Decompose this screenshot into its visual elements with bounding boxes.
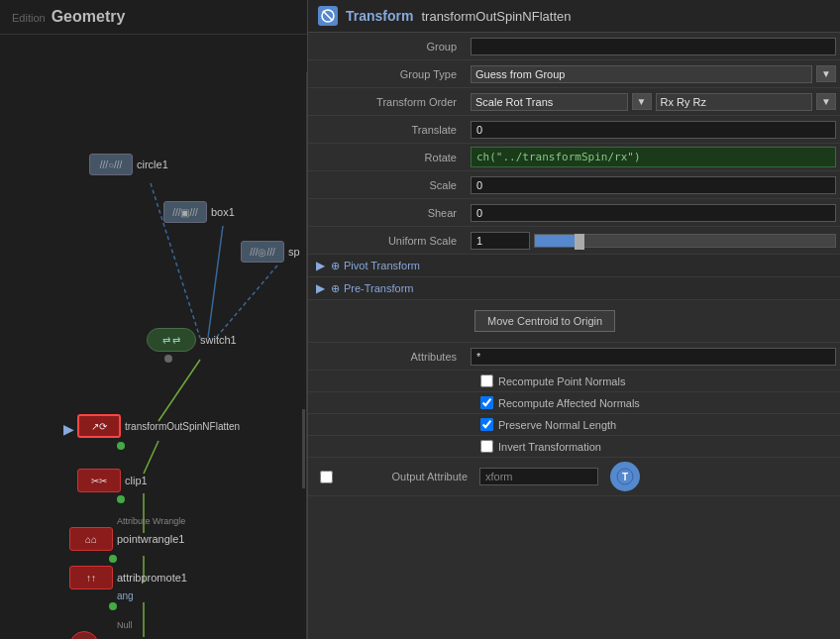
output-attribute-row: Output Attribute T	[308, 458, 840, 496]
group-type-label: Group Type	[308, 68, 467, 80]
group-value[interactable]	[467, 38, 840, 55]
attributes-row: Attributes	[308, 343, 840, 371]
uniform-scale-input[interactable]	[471, 232, 530, 250]
translate-row: Translate	[308, 116, 840, 144]
node-graph: Edition Geometry ///○///	[0, 0, 307, 639]
shear-row: Shear	[308, 199, 840, 227]
node-circle1[interactable]: ///○/// circle1	[89, 154, 168, 175]
group-type-row: Group Type Guess from Group ▼	[308, 60, 840, 88]
attributes-input[interactable]	[471, 348, 836, 366]
transform-order-select1[interactable]: Scale Rot Trans	[471, 93, 628, 111]
properties-panel: Transform transformOutSpinNFlatten Group…	[307, 0, 840, 639]
invert-transformation-row: Invert Transformation	[308, 436, 840, 458]
uniform-scale-slider[interactable]	[534, 234, 836, 248]
recompute-affected-normals-checkbox[interactable]	[480, 396, 493, 409]
node-clip1[interactable]: ✂✂ clip1	[77, 469, 148, 492]
recompute-point-normals-row: Recompute Point Normals	[308, 371, 840, 392]
invert-transformation-checkbox[interactable]	[480, 440, 493, 453]
graph-canvas-area: ///○/// circle1 ///▣/// box1 ///◎/// sp …	[0, 72, 307, 639]
group-type-arrow[interactable]: ▼	[816, 65, 836, 82]
node-switch1[interactable]: ⇄ ⇄ switch1	[147, 328, 237, 352]
rotate-input[interactable]	[471, 147, 836, 167]
recompute-point-normals-checkbox[interactable]	[480, 374, 493, 387]
translate-value[interactable]	[467, 121, 840, 139]
recompute-point-normals-label[interactable]: Recompute Point Normals	[312, 374, 625, 387]
preserve-normal-length-checkbox[interactable]	[480, 418, 493, 431]
shear-label: Shear	[308, 207, 467, 219]
prop-header: Transform transformOutSpinNFlatten	[308, 0, 840, 33]
scale-input[interactable]	[471, 176, 836, 194]
transform-circle-icon: T	[610, 462, 640, 491]
uniform-scale-row: Uniform Scale	[308, 227, 840, 255]
scale-label: Scale	[308, 179, 467, 191]
svg-text:T: T	[622, 472, 628, 482]
centroid-row: Move Centroid to Origin	[308, 300, 840, 343]
pre-transform-section[interactable]: ▶ ⊕ Pre-Transform	[308, 277, 840, 300]
node-pointwrangle1[interactable]: Attribute Wrangle ⌂⌂ pointwrangle1	[69, 516, 185, 551]
title-label: Geometry	[52, 8, 126, 26]
output-attribute-input[interactable]	[479, 468, 598, 485]
shear-input[interactable]	[471, 204, 836, 222]
pre-arrow-icon: ▶	[316, 281, 325, 295]
rotate-label: Rotate	[308, 152, 467, 163]
output-attribute-checkbox[interactable]	[320, 471, 333, 483]
pivot-expand-icon: ⊕	[331, 260, 340, 272]
svg-line-3	[158, 360, 200, 421]
scale-row: Scale	[308, 171, 840, 199]
recompute-affected-normals-label[interactable]: Recompute Affected Normals	[312, 396, 640, 409]
transform-order-arrow1[interactable]: ▼	[632, 93, 652, 110]
recompute-affected-normals-row: Recompute Affected Normals	[308, 392, 840, 414]
group-type-select[interactable]: Guess from Group	[471, 65, 812, 83]
attributes-value[interactable]	[467, 348, 840, 366]
transform-icon	[318, 6, 338, 26]
invert-transformation-label[interactable]: Invert Transformation	[312, 440, 601, 453]
group-label: Group	[308, 41, 467, 53]
transform-order-value[interactable]: Scale Rot Trans ▼ Rx Ry Rz ▼	[467, 93, 840, 111]
uniform-scale-value[interactable]	[467, 232, 840, 250]
group-input[interactable]	[471, 38, 836, 55]
preserve-normal-length-row: Preserve Normal Length	[308, 414, 840, 436]
translate-label: Translate	[308, 124, 467, 136]
rotate-value[interactable]	[467, 147, 840, 167]
prop-body: Group Group Type Guess from Group ▼ Tran…	[308, 33, 840, 639]
shear-value[interactable]	[467, 204, 840, 222]
transform-order-select2[interactable]: Rx Ry Rz	[656, 93, 813, 111]
pivot-transform-section[interactable]: ▶ ⊕ Pivot Transform	[308, 255, 840, 277]
node-attribpromote1[interactable]: ↑↑ attribpromote1 ang	[69, 566, 187, 601]
attributes-label: Attributes	[308, 351, 467, 363]
node-sp[interactable]: ///◎/// sp	[241, 241, 300, 263]
transform-order-label: Transform Order	[308, 96, 467, 108]
scale-value[interactable]	[467, 176, 840, 194]
output-attribute-label: Output Attribute	[337, 471, 475, 482]
transform-order-row: Transform Order Scale Rot Trans ▼ Rx Ry …	[308, 88, 840, 116]
svg-line-9	[323, 11, 333, 21]
pivot-transform-label: Pivot Transform	[344, 260, 420, 271]
panel-node-name: transformOutSpinNFlatten	[421, 9, 571, 24]
expand-arrow-transform[interactable]: ▶	[63, 421, 74, 437]
rotate-row: Rotate	[308, 144, 840, 171]
node-box1[interactable]: ///▣/// box1	[163, 201, 235, 223]
uniform-scale-label: Uniform Scale	[308, 235, 467, 247]
preserve-normal-length-label[interactable]: Preserve Normal Length	[312, 418, 616, 431]
translate-input[interactable]	[471, 121, 836, 139]
subtitle-label: Edition	[12, 12, 46, 24]
panel-title: Transform	[346, 8, 413, 24]
group-row: Group	[308, 33, 840, 60]
move-centroid-button[interactable]: Move Centroid to Origin	[474, 310, 615, 332]
transform-order-arrow2[interactable]: ▼	[816, 93, 836, 110]
svg-line-1	[208, 226, 223, 338]
node-transform-selected[interactable]: ↗⟳ transformOutSpinNFlatten	[77, 414, 240, 438]
group-type-value[interactable]: Guess from Group ▼	[467, 65, 840, 83]
node-out[interactable]: Null ○ OUT	[69, 620, 133, 639]
pre-transform-label: Pre-Transform	[344, 282, 414, 294]
pivot-arrow-icon: ▶	[316, 259, 325, 272]
pre-expand-icon: ⊕	[331, 282, 340, 295]
